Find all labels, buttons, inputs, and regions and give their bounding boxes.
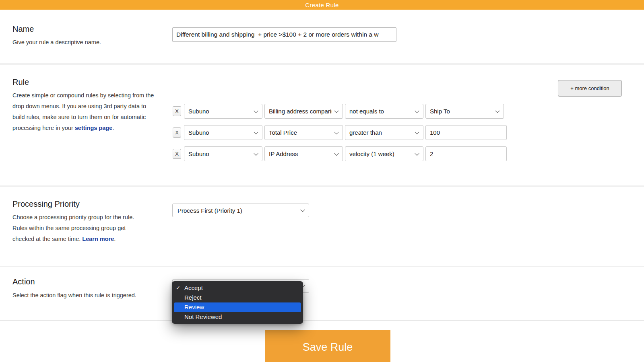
condition-field-select[interactable]: Billing address comparis — [264, 104, 343, 119]
name-section-description: Give your rule a descriptive name. — [12, 37, 157, 48]
page-title: Create Rule — [305, 2, 339, 8]
menu-option-accept[interactable]: ✓ Accept — [172, 283, 303, 293]
condition-row: X Subuno Billing address comparis not eq… — [173, 104, 506, 119]
rule-description-suffix: . — [112, 125, 114, 131]
priority-description-suffix: . — [114, 236, 116, 242]
menu-option-label: Not Reviewed — [184, 313, 222, 320]
priority-section-title: Processing Priority — [12, 200, 80, 209]
condition-field-select[interactable]: IP Address — [264, 146, 343, 161]
chevron-down-icon — [254, 151, 258, 155]
learn-more-link[interactable]: Learn more — [82, 236, 114, 242]
chevron-down-icon — [334, 151, 339, 155]
chevron-down-icon — [334, 130, 339, 134]
condition-operator-select[interactable]: not equals to — [345, 104, 423, 119]
section-divider — [0, 266, 644, 267]
condition-operator-value: greater than — [349, 129, 382, 136]
remove-condition-button[interactable]: X — [173, 149, 181, 159]
remove-condition-button[interactable]: X — [173, 128, 181, 138]
condition-field-select[interactable]: Total Price — [264, 125, 343, 140]
section-divider — [0, 320, 644, 321]
chevron-down-icon — [415, 108, 419, 113]
action-dropdown-menu: ✓ Accept Reject Review Not Reviewed — [172, 281, 303, 324]
condition-source-select[interactable]: Subuno — [184, 125, 262, 140]
create-rule-page: Create Rule Name Give your rule a descri… — [0, 0, 644, 362]
condition-field-value: Billing address comparis — [269, 108, 332, 115]
condition-value-select[interactable]: Ship To — [425, 104, 504, 119]
rule-name-input[interactable] — [172, 27, 396, 42]
save-rule-button[interactable]: Save Rule — [265, 330, 390, 362]
action-section-description: Select the action flag when this rule is… — [12, 290, 182, 301]
condition-source-value: Subuno — [188, 108, 209, 115]
checkmark-icon: ✓ — [176, 283, 180, 293]
menu-option-reject[interactable]: Reject — [172, 293, 303, 302]
condition-operator-select[interactable]: velocity (1 week) — [345, 146, 423, 161]
section-divider — [0, 185, 644, 187]
chevron-down-icon — [254, 130, 258, 134]
condition-source-select[interactable]: Subuno — [184, 146, 262, 161]
chevron-down-icon — [495, 108, 500, 113]
condition-value-input[interactable] — [425, 125, 507, 140]
condition-operator-value: velocity (1 week) — [349, 150, 394, 157]
rule-section-description: Create simple or compound rules by selec… — [12, 90, 154, 134]
section-divider — [0, 63, 644, 65]
priority-selected-value: Process First (Priority 1) — [178, 207, 242, 214]
settings-page-link[interactable]: settings page — [75, 125, 112, 131]
chevron-down-icon — [300, 208, 305, 212]
condition-operator-select[interactable]: greater than — [345, 125, 423, 140]
menu-option-label: Review — [184, 304, 204, 311]
condition-field-value: IP Address — [269, 150, 298, 157]
chevron-down-icon — [254, 108, 258, 113]
top-bar: Create Rule — [0, 0, 644, 10]
priority-description-text: Choose a processing priority group for t… — [12, 214, 134, 242]
condition-operator-value: not equals to — [349, 108, 384, 115]
menu-option-label: Accept — [184, 284, 203, 291]
menu-option-not-reviewed[interactable]: Not Reviewed — [172, 312, 303, 322]
condition-field-value: Total Price — [269, 129, 297, 136]
action-section-title: Action — [12, 277, 35, 286]
condition-source-value: Subuno — [188, 150, 209, 157]
priority-section-description: Choose a processing priority group for t… — [12, 212, 145, 245]
condition-row: X Subuno IP Address velocity (1 week) — [173, 146, 507, 161]
chevron-down-icon — [334, 108, 339, 113]
chevron-down-icon — [415, 130, 419, 134]
rule-section-title: Rule — [12, 78, 29, 87]
condition-source-select[interactable]: Subuno — [184, 104, 262, 119]
chevron-down-icon — [415, 151, 419, 155]
priority-select[interactable]: Process First (Priority 1) — [172, 204, 309, 217]
name-section-title: Name — [12, 25, 34, 34]
condition-value: Ship To — [430, 108, 450, 115]
condition-source-value: Subuno — [188, 129, 209, 136]
condition-value-input[interactable] — [425, 146, 507, 161]
menu-option-review[interactable]: Review — [174, 302, 301, 312]
condition-row: X Subuno Total Price greater than — [173, 125, 507, 140]
menu-option-label: Reject — [184, 294, 202, 301]
remove-condition-button[interactable]: X — [173, 106, 181, 116]
add-condition-button[interactable]: + more condition — [558, 80, 622, 97]
